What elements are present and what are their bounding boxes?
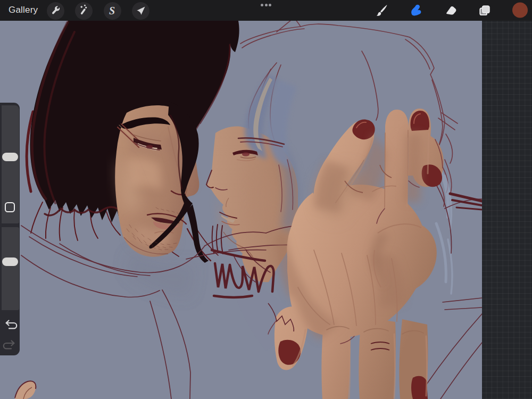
svg-text:S: S <box>109 5 115 16</box>
